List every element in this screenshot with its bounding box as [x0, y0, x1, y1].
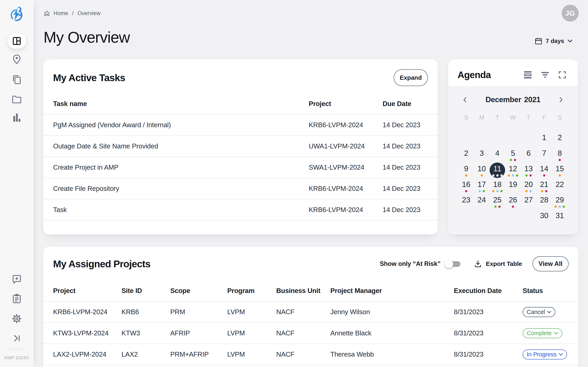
project-row[interactable]: KTW3-LVPM-2024KTW3AFRIPLVPMNACFAnnette B… [43, 323, 579, 344]
calendar-empty-cell [474, 208, 489, 224]
folder-icon [12, 95, 21, 104]
period-selector[interactable]: 7 days [535, 35, 572, 47]
day-number: 15 [555, 165, 564, 173]
calendar-day-cell[interactable]: 5 [505, 146, 521, 161]
calendar-day-cell[interactable]: 14 [536, 161, 552, 177]
sidebar-item-settings[interactable] [7, 311, 26, 326]
calendar-day-cell[interactable]: 13 [521, 161, 536, 177]
calendar-day-cell[interactable]: 16 [458, 177, 474, 192]
calendar-day-cell[interactable]: 11 [490, 161, 505, 177]
breadcrumb-home[interactable]: Home [53, 10, 68, 17]
day-number: 20 [524, 180, 533, 189]
sidebar-item-locations[interactable] [7, 52, 26, 67]
column-header-scope: Scope [170, 287, 227, 295]
status-dropdown-complete[interactable]: Complete [523, 328, 562, 338]
calendar-day-cell[interactable]: 2 [458, 146, 474, 161]
breadcrumb-overview[interactable]: Overview [78, 10, 101, 17]
calendar-day-cell[interactable]: 8 [552, 146, 568, 161]
day-number: 1 [542, 133, 546, 142]
sidebar-item-tasklist[interactable] [7, 291, 26, 307]
event-dot-green [501, 190, 503, 192]
at-risk-toggle[interactable] [445, 259, 460, 269]
sidebar-item-collapse[interactable] [7, 331, 26, 346]
day-number: 23 [462, 196, 470, 204]
sidebar-item-reports[interactable] [7, 110, 26, 125]
calendar-day-cell[interactable]: 10 [474, 161, 489, 177]
task-row[interactable]: PgM Assigned (Vendor Award / Internal)KR… [43, 115, 438, 136]
calendar-day-cell[interactable]: 25 [490, 192, 505, 208]
calendar-empty-cell [474, 130, 489, 146]
calendar-day-cell[interactable]: 3 [474, 146, 489, 161]
calendar-icon [535, 37, 542, 45]
calendar-day-cell[interactable]: 27 [521, 192, 536, 208]
event-dot-orange [541, 190, 543, 192]
status-cell: In Progress [523, 350, 569, 359]
agenda-calendar: December 2021 SMTWTFS 122345678910111213… [448, 86, 578, 234]
weekday-label: M [474, 113, 489, 122]
view-all-button[interactable]: View All [532, 256, 569, 271]
calendar-day-cell[interactable]: 2 [552, 130, 568, 146]
home-icon[interactable] [44, 11, 50, 16]
status-dropdown-cancel[interactable]: Cancel [523, 307, 555, 317]
calendar-day-cell[interactable]: 22 [552, 177, 568, 192]
calendar-day-cell[interactable]: 17 [474, 177, 489, 192]
task-name-cell: Outage Date & Site Name Provided [53, 142, 309, 150]
calendar-day-cell[interactable]: 6 [521, 146, 536, 161]
task-project-cell: KRB6-LVPM-2024 [309, 206, 383, 214]
day-event-dots [536, 190, 552, 192]
day-event-dots [490, 174, 505, 176]
sidebar-item-files[interactable] [7, 92, 26, 107]
calendar-day-cell[interactable]: 4 [490, 146, 505, 161]
event-dot-blue [496, 190, 499, 192]
page: AMP 2023© Home / Overview JG My Overview… [0, 0, 588, 367]
chevron-down-icon [568, 39, 572, 43]
task-row[interactable]: Outage Date & Site Name ProvidedUWA1-LVP… [43, 136, 438, 157]
sidebar-item-feedback[interactable] [7, 272, 26, 287]
day-event-dots [458, 174, 474, 176]
task-row[interactable]: TaskKRB6-LVPM-202414 Dec 2023 [43, 200, 438, 221]
active-tasks-header-row: Task name Project Due Date [43, 93, 438, 115]
project-row[interactable]: KRB6-LVPM-2024KRB6PRMLVPMNACFJenny Wilso… [43, 301, 579, 323]
task-due-date-cell: 14 Dec 2023 [383, 121, 428, 129]
agenda-filter-icon[interactable] [541, 72, 549, 78]
status-cell: Complete [523, 328, 569, 338]
calendar-day-cell[interactable]: 7 [536, 146, 552, 161]
calendar-day-cell[interactable]: 20 [521, 177, 536, 192]
weekday-label: F [536, 113, 552, 122]
event-dot-crimson [559, 159, 561, 161]
calendar-day-cell[interactable]: 18 [490, 177, 505, 192]
event-dot-orange [525, 190, 527, 192]
day-event-dots [505, 159, 521, 161]
calendar-day-cell[interactable]: 30 [536, 208, 552, 224]
calendar-day-cell[interactable]: 21 [536, 177, 552, 192]
event-dot-green [510, 159, 512, 161]
sidebar-item-documents[interactable] [7, 72, 26, 87]
calendar-day-cell[interactable]: 29 [552, 192, 568, 208]
scope-cell: PRM+AFRIP [170, 350, 227, 358]
task-row[interactable]: Create File RepositoryKRB6-LVPM-202414 D… [43, 178, 438, 200]
task-project-cell: KRB6-LVPM-2024 [309, 121, 383, 129]
calendar-day-cell[interactable]: 19 [505, 177, 521, 192]
export-table-button[interactable]: Export Table [475, 260, 522, 267]
calendar-day-cell[interactable]: 9 [458, 161, 474, 177]
calendar-day-cell[interactable]: 24 [474, 192, 489, 208]
agenda-rows-view-icon[interactable] [524, 71, 532, 78]
expand-button[interactable]: Expand [394, 69, 428, 86]
project-cell: LAX2-LVPM-2024 [53, 350, 121, 358]
calendar-day-cell[interactable]: 26 [505, 192, 521, 208]
agenda-fullscreen-icon[interactable] [559, 71, 566, 78]
task-row[interactable]: Create Project in AMPSWA1-LVPM-202414 De… [43, 157, 438, 178]
calendar-next-month-icon[interactable] [558, 97, 564, 103]
calendar-day-cell[interactable]: 23 [458, 192, 474, 208]
avatar[interactable]: JG [562, 5, 579, 22]
page-title: My Overview [43, 28, 130, 46]
event-dot-crimson [465, 190, 467, 192]
status-dropdown-inprogress[interactable]: In Progress [523, 350, 567, 359]
calendar-day-cell[interactable]: 12 [505, 161, 521, 177]
project-row[interactable]: LAX2-LVPM-2024LAX2PRM+AFRIPLVPMNACFThere… [43, 344, 579, 365]
calendar-day-cell[interactable]: 15 [552, 161, 568, 177]
calendar-day-cell[interactable]: 1 [536, 130, 552, 146]
calendar-day-cell[interactable]: 31 [552, 208, 568, 224]
calendar-day-cell[interactable]: 28 [536, 192, 552, 208]
sidebar-item-dashboard[interactable] [7, 33, 26, 49]
